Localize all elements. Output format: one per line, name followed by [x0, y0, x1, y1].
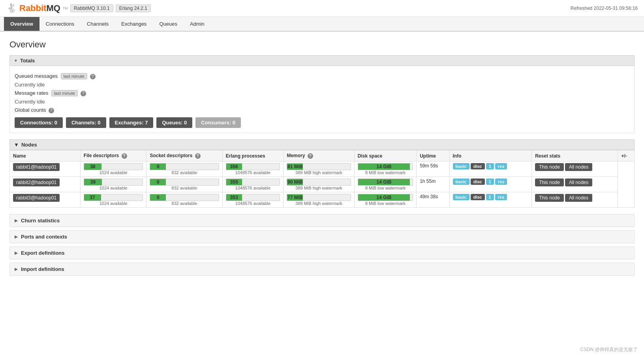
disk-cell: 14 GiB 8 MiB low watermark	[354, 192, 416, 208]
exchanges-count[interactable]: Exchanges: 7	[109, 117, 154, 128]
all-nodes-button[interactable]: All nodes	[565, 163, 592, 171]
socket-desc-bar-fill: 0	[150, 163, 166, 170]
erlang-bar-fill: 356	[226, 163, 242, 170]
file-desc-bar: 38	[84, 163, 143, 170]
memory-help[interactable]: ?	[308, 153, 313, 159]
nav-admin[interactable]: Admin	[184, 17, 211, 31]
version-badges: RabbitMQ 3.10.1 Erlang 24.2.1	[70, 4, 151, 12]
message-rates-row: Message rates last minute ?	[15, 90, 629, 96]
memory-cell: 90 MiB 389 MiB high watermark	[284, 177, 354, 192]
totals-section: ▼ Totals Queued messages last minute ? C…	[9, 55, 635, 133]
erlang-available: 1048576 available	[226, 186, 280, 190]
import-label: Import definitions	[21, 266, 64, 272]
churn-statistics-section: ▶ Churn statistics	[9, 214, 635, 227]
memory-watermark: 389 MiB high watermark	[287, 186, 351, 190]
uptime-cell: 49m 38s	[417, 192, 449, 208]
info-tag-disc[interactable]: disc	[471, 178, 485, 185]
file-desc-available: 1024 available	[84, 170, 143, 175]
memory-bar: 90 MiB	[287, 178, 351, 186]
socket-available: 832 available	[150, 186, 219, 190]
table-row: rabbit3@hadoop01 37 1024 available 0 832…	[10, 192, 635, 208]
message-rates-help[interactable]: ?	[81, 91, 86, 96]
connections-count[interactable]: Connections: 0	[15, 117, 63, 128]
info-tag-disc[interactable]: disc	[471, 194, 485, 200]
info-tag-1[interactable]: 1	[486, 163, 494, 169]
nodes-arrow: ▼	[14, 142, 19, 148]
message-rates-badge: last minute	[51, 90, 78, 96]
uptime-cell: 1h 55m	[417, 177, 449, 192]
info-cell: basicdisc1rss	[449, 177, 532, 192]
node-name-button[interactable]: rabbit3@hadoop01	[13, 194, 60, 202]
info-tag-rss[interactable]: rss	[495, 194, 507, 200]
consumers-count[interactable]: Consumers: 0	[195, 117, 241, 128]
info-tag-basic[interactable]: basic	[453, 178, 469, 185]
node-name-button[interactable]: rabbit2@hadoop01	[13, 178, 60, 186]
disk-bar: 14 GiB	[358, 194, 413, 201]
erlang-cell: 355 1048576 available	[222, 177, 284, 192]
erlang-bar: 356	[226, 163, 280, 170]
th-plus-minus[interactable]: +/-	[618, 150, 635, 162]
file-desc-bar: 39	[84, 178, 143, 186]
uptime-cell: 59m 59s	[417, 162, 449, 177]
this-node-button[interactable]: This node	[535, 163, 564, 171]
import-definitions-header[interactable]: ▶ Import definitions	[9, 263, 635, 276]
info-tag-1[interactable]: 1	[486, 178, 494, 185]
th-socket-descriptors: Socket descriptors ?	[146, 150, 222, 162]
nav-queues[interactable]: Queues	[153, 17, 184, 31]
global-counts-label: Global counts	[15, 107, 46, 113]
socket-desc-bar: 0	[150, 194, 219, 201]
node-name-button[interactable]: rabbit1@hadoop01	[13, 163, 60, 171]
all-nodes-button[interactable]: All nodes	[565, 194, 592, 202]
info-tag-1[interactable]: 1	[486, 194, 494, 200]
refresh-time: Refreshed 2022-05-31 09:56:16	[571, 6, 638, 11]
file-desc-available: 1024 available	[84, 201, 143, 206]
queued-messages-help[interactable]: ?	[90, 74, 96, 79]
file-desc-help[interactable]: ?	[122, 153, 127, 159]
churn-statistics-header[interactable]: ▶ Churn statistics	[9, 214, 635, 227]
erlang-bar: 355	[226, 178, 280, 186]
all-nodes-button[interactable]: All nodes	[565, 178, 592, 186]
erlang-available: 1048576 available	[226, 201, 280, 206]
file-desc-available: 1024 available	[84, 186, 143, 190]
queues-count[interactable]: Queues: 0	[156, 117, 192, 128]
memory-bar: 81 MiB	[287, 163, 351, 170]
socket-desc-help[interactable]: ?	[195, 153, 201, 159]
node-name-cell: rabbit2@hadoop01	[10, 177, 81, 192]
this-node-button[interactable]: This node	[535, 194, 564, 202]
nodes-section-header[interactable]: ▼ Nodes	[9, 139, 635, 150]
ports-contexts-header[interactable]: ▶ Ports and contexts	[9, 230, 635, 243]
export-definitions-header[interactable]: ▶ Export definitions	[9, 246, 635, 259]
totals-section-header[interactable]: ▼ Totals	[9, 55, 635, 66]
info-tag-rss[interactable]: rss	[495, 178, 507, 185]
global-counts-help[interactable]: ?	[49, 108, 54, 113]
this-node-button[interactable]: This node	[535, 178, 564, 186]
info-tag-basic[interactable]: basic	[453, 194, 469, 200]
socket-desc-bar: 0	[150, 163, 219, 170]
memory-watermark: 389 MiB high watermark	[287, 170, 351, 175]
currently-idle-2: Currently idle	[15, 99, 629, 105]
info-tag-basic[interactable]: basic	[453, 163, 469, 169]
disk-cell: 14 GiB 8 MiB low watermark	[354, 177, 416, 192]
global-counts-row: Global counts ?	[15, 107, 629, 113]
memory-bar: 77 MiB	[287, 194, 351, 201]
disk-bar: 14 GiB	[358, 178, 413, 186]
socket-desc-cell: 0 832 available	[146, 192, 222, 208]
totals-label: Totals	[20, 58, 35, 64]
table-row: rabbit2@hadoop01 39 1024 available 0 832…	[10, 177, 635, 192]
nav-channels[interactable]: Channels	[81, 17, 115, 31]
queued-messages-label: Queued messages	[15, 73, 58, 79]
disk-watermark: 8 MiB low watermark	[358, 170, 413, 175]
nav-exchanges[interactable]: Exchanges	[115, 17, 153, 31]
disk-watermark: 8 MiB low watermark	[358, 186, 413, 190]
nodes-label: Nodes	[21, 142, 37, 148]
channels-count[interactable]: Channels: 0	[66, 117, 106, 128]
counts-row: Connections: 0 Channels: 0 Exchanges: 7 …	[15, 117, 629, 128]
info-tag-rss[interactable]: rss	[495, 163, 507, 169]
nav-connections[interactable]: Connections	[39, 17, 81, 31]
file-desc-bar-fill: 37	[84, 194, 101, 201]
erlang-bar-fill: 355	[226, 179, 242, 185]
info-tag-disc[interactable]: disc	[471, 163, 485, 169]
ports-tri: ▶	[15, 235, 18, 239]
nav-overview[interactable]: Overview	[4, 17, 39, 31]
th-name: Name	[10, 150, 81, 162]
